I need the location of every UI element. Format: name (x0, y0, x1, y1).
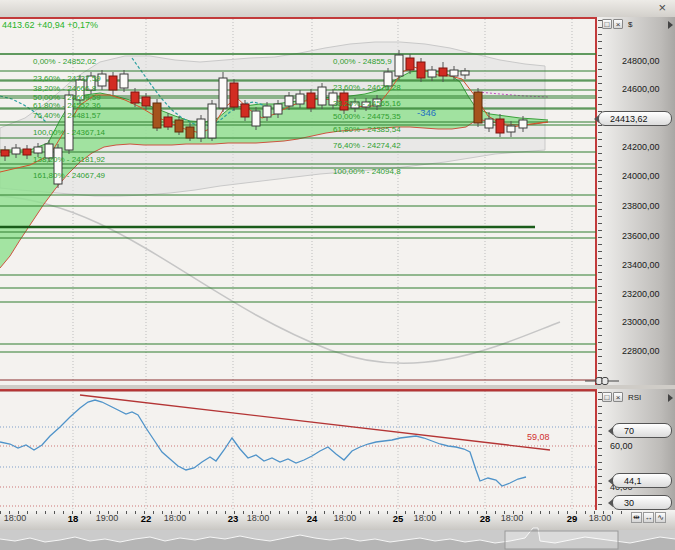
time-axis-label: 25 (393, 513, 404, 524)
price-axis-label: 22800,00 (622, 346, 660, 356)
time-axis-label: 18:00 (501, 513, 524, 523)
rsi-tag-30: 30 (612, 495, 672, 510)
rsi-axis[interactable] (597, 389, 675, 510)
fib-delta-label: -346 (417, 107, 436, 118)
panel-link-icon[interactable] (585, 376, 619, 386)
time-axis-label: 18:00 (164, 513, 187, 523)
time-axis-label: 28 (480, 513, 491, 524)
main-maximize-button[interactable]: □ (602, 19, 612, 29)
main-close-button[interactable]: × (613, 19, 623, 29)
price-axis-label: 24800,00 (622, 56, 660, 66)
rsi-tag-70: 70 (612, 423, 672, 438)
current-price-tag: 24413,62 (598, 111, 672, 126)
window-titlebar[interactable] (0, 0, 675, 17)
time-axis-label: 18:00 (247, 513, 270, 523)
price-axis-label: 23800,00 (622, 201, 660, 211)
rsi-chart-panel[interactable] (0, 389, 597, 510)
rsi-maximize-button[interactable]: □ (602, 392, 612, 402)
price-axis-ticks (598, 20, 602, 382)
time-axis-label: 19:00 (96, 513, 119, 523)
time-axis-label: 22 (141, 513, 152, 524)
time-axis-label: 18:00 (4, 513, 27, 523)
time-axis-label: 24 (307, 513, 318, 524)
price-axis-label: 24600,00 (622, 84, 660, 94)
rsi-axis-title: RSI (628, 393, 641, 402)
price-axis-label: 23600,00 (622, 231, 660, 241)
time-axis-label: 23 (228, 513, 239, 524)
minimap[interactable] (0, 530, 675, 550)
rsi-axis-ticks (598, 392, 602, 508)
last-price-info: 4413.62 +40,94 +0,17% (2, 20, 98, 30)
time-axis-label: 18:00 (334, 513, 357, 523)
rsi-close-button[interactable]: × (613, 392, 623, 402)
time-axis-label: 18:00 (589, 513, 612, 523)
scroll-left-right-icon[interactable]: ⇹ (631, 512, 642, 523)
time-axis-label: 18:00 (414, 513, 437, 523)
scroll-horizontal-icon[interactable]: ↔ (643, 512, 654, 523)
price-axis-label: 23000,00 (622, 317, 660, 327)
axis-scroll-arrow-icon[interactable] (668, 21, 673, 29)
price-axis-label: 24000,00 (622, 171, 660, 181)
rsi-last-value-tag: 44,1 (612, 473, 672, 488)
rsi-scroll-arrow-icon[interactable] (668, 394, 673, 402)
trendline-value-label: 59,08 (527, 432, 550, 442)
time-axis-label: 18 (68, 513, 79, 524)
price-axis-title: $ (628, 20, 632, 29)
price-axis-label: 23400,00 (622, 260, 660, 270)
scroll-vertical-icon[interactable]: ∿ (655, 512, 666, 523)
price-axis-label: 23200,00 (622, 289, 660, 299)
price-axis-label: 24200,00 (622, 142, 660, 152)
rsi-level-60: 60,00 (610, 441, 633, 451)
main-chart-panel[interactable] (0, 17, 597, 385)
window-close-icon[interactable]: × (658, 0, 666, 15)
time-axis-label: 29 (567, 513, 578, 524)
